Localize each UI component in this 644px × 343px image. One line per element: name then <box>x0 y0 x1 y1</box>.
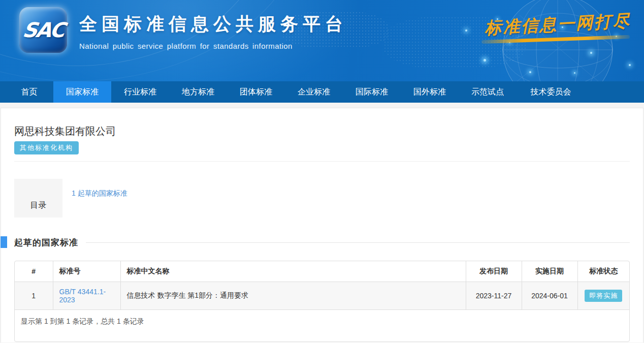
glow-dot <box>590 52 592 54</box>
col-header-implement-date: 实施日期 <box>522 261 577 282</box>
col-header-status: 标准状态 <box>577 261 629 282</box>
nav-item-pilot-demos[interactable]: 示范试点 <box>459 81 517 103</box>
col-header-publish-date: 发布日期 <box>466 261 522 282</box>
col-header-index: # <box>15 261 53 282</box>
nav-item-enterprise-standards[interactable]: 企业标准 <box>285 81 343 103</box>
divider <box>14 161 630 162</box>
site-subtitle: National public service platform for sta… <box>79 42 347 50</box>
glow-dot <box>465 29 467 32</box>
site-banner: SAC 全国标准信息公共服务平台 National public service… <box>0 0 644 81</box>
toc-link-drafted-standards[interactable]: 1 起草的国家标准 <box>72 189 127 197</box>
section-header: 起草的国家标准 <box>1 236 643 248</box>
standards-table: # 标准号 标准中文名称 发布日期 实施日期 标准状态 1 GB/T 43441… <box>15 261 629 309</box>
status-badge: 即将实施 <box>585 290 622 302</box>
record-summary: 显示第 1 到第 1 条记录，总共 1 条记录 <box>15 309 629 341</box>
table-header-row: # 标准号 标准中文名称 发布日期 实施日期 标准状态 <box>15 261 629 282</box>
nav-item-foreign-standards[interactable]: 国外标准 <box>401 81 459 103</box>
nav-item-local-standards[interactable]: 地方标准 <box>169 81 227 103</box>
sac-logo[interactable]: SAC <box>19 7 67 53</box>
site-titles: 全国标准信息公共服务平台 National public service pla… <box>79 12 347 50</box>
main-content: 网思科技集团有限公司 其他标准化机构 目录 1 起草的国家标准 起草的国家标准 … <box>1 108 643 342</box>
standards-table-container: # 标准号 标准中文名称 发布日期 实施日期 标准状态 1 GB/T 43441… <box>14 261 630 342</box>
cell-standard-no: GB/T 43441.1-2023 <box>53 282 120 310</box>
toc-panel: 目录 1 起草的国家标准 <box>14 179 630 217</box>
glow-dot <box>574 72 575 74</box>
section-marker <box>1 236 7 248</box>
cell-publish-date: 2023-11-27 <box>466 282 522 310</box>
nav-item-technical-committees[interactable]: 技术委员会 <box>517 81 585 103</box>
cell-status: 即将实施 <box>577 282 629 310</box>
nav-item-international-standards[interactable]: 国际标准 <box>343 81 401 103</box>
cell-implement-date: 2024-06-01 <box>522 282 577 310</box>
glow-dot <box>629 64 631 66</box>
section-rule <box>86 242 630 243</box>
nav-item-home[interactable]: 首页 <box>5 81 53 103</box>
table-row: 1 GB/T 43441.1-2023 信息技术 数字孪生 第1部分：通用要求 … <box>15 282 629 310</box>
nav-item-group-standards[interactable]: 团体标准 <box>227 81 285 103</box>
col-header-standard-no: 标准号 <box>53 261 120 282</box>
glow-dot <box>529 71 531 73</box>
org-name: 网思科技集团有限公司 <box>14 126 630 137</box>
org-type-badge: 其他标准化机构 <box>14 141 79 154</box>
glow-dot <box>484 59 486 61</box>
toc-label: 目录 <box>14 179 62 217</box>
nav-item-national-standards[interactable]: 国家标准 <box>53 81 111 103</box>
standard-number-link[interactable]: GB/T 43441.1-2023 <box>59 288 106 304</box>
col-header-standard-name: 标准中文名称 <box>120 261 466 282</box>
cell-standard-name: 信息技术 数字孪生 第1部分：通用要求 <box>120 282 466 310</box>
main-nav: 首页 国家标准 行业标准 地方标准 团体标准 企业标准 国际标准 国外标准 示范… <box>0 81 644 103</box>
toc-body: 1 起草的国家标准 <box>62 179 630 217</box>
sac-logo-text: SAC <box>21 18 66 42</box>
section-title: 起草的国家标准 <box>14 237 78 248</box>
cell-index: 1 <box>15 282 53 310</box>
site-title: 全国标准信息公共服务平台 <box>79 12 347 36</box>
nav-item-industry-standards[interactable]: 行业标准 <box>111 81 169 103</box>
